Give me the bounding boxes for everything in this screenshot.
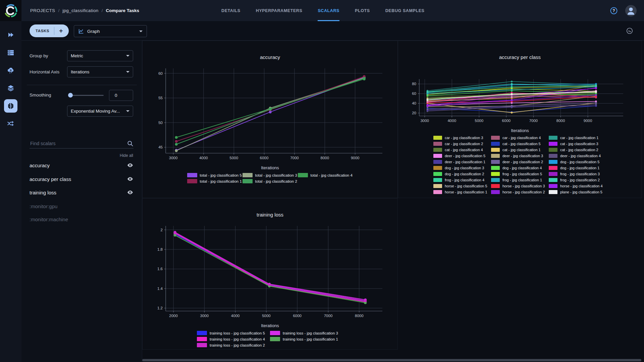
legend-item[interactable]: frog - jpg classification 2 xyxy=(549,178,606,182)
svg-text:2000: 2000 xyxy=(169,314,178,318)
smoothing-algorithm-dropdown[interactable]: Exponential Moving Av... xyxy=(67,106,133,117)
user-avatar[interactable] xyxy=(625,5,637,16)
smoothing-slider-thumb[interactable] xyxy=(68,93,73,98)
legend-item[interactable]: training loss - jpg classification 2 xyxy=(197,343,270,347)
legend-item[interactable]: total - jpg classification 4 xyxy=(298,173,353,177)
smoothing-slider[interactable] xyxy=(68,93,104,98)
legend-item[interactable]: deer - jpg classification 1 xyxy=(433,160,491,164)
search-icon[interactable] xyxy=(127,140,133,147)
legend-item[interactable]: frog - jpg classification 3 xyxy=(549,172,606,176)
legend-item[interactable]: car - jpg classification 2 xyxy=(433,142,491,146)
find-scalars-input[interactable] xyxy=(30,140,127,146)
legend-swatch xyxy=(549,184,557,188)
nav-workers-queues[interactable] xyxy=(4,46,17,59)
legend-item[interactable]: deer - jpg classification 3 xyxy=(491,154,549,158)
nav-models[interactable] xyxy=(4,99,17,113)
legend-swatch xyxy=(298,173,308,177)
svg-text:3000: 3000 xyxy=(200,314,209,318)
legend-label: horse - jpg classification 3 xyxy=(502,184,545,188)
legend-item[interactable]: training loss - jpg classification 1 xyxy=(270,337,343,341)
nav-projects[interactable] xyxy=(4,28,17,42)
hide-all-link[interactable]: Hide all xyxy=(120,153,133,158)
legend-swatch xyxy=(433,142,442,146)
metric-row-monitor-machine[interactable]: :monitor:machine xyxy=(30,213,133,226)
legend-item[interactable]: cat - jpg classification 5 xyxy=(491,142,549,146)
nav-cloud-autoscalers[interactable] xyxy=(4,64,17,77)
legend-item[interactable]: frog - jpg classification 1 xyxy=(491,178,549,182)
breadcrumb-project-link[interactable]: jpg_classification xyxy=(62,8,98,13)
svg-text:5000: 5000 xyxy=(229,156,238,160)
accuracy-chart-canvas[interactable]: 300040005000600070008000900045505560 xyxy=(146,64,394,165)
legend-item[interactable]: training loss - jpg classification 4 xyxy=(197,337,270,341)
legend-item[interactable]: horse - jpg classification 1 xyxy=(433,190,491,194)
legend-item[interactable]: dog - jpg classification 3 xyxy=(433,166,491,170)
legend-item[interactable]: horse - jpg classification 4 xyxy=(549,184,606,188)
horizontal-scrollbar[interactable] xyxy=(142,359,641,361)
metric-row-monitor-gpu[interactable]: :monitor:gpu xyxy=(30,199,133,213)
smoothing-slider-track[interactable] xyxy=(68,95,104,96)
legend-label: dog - jpg classification 4 xyxy=(502,166,542,170)
eye-icon[interactable] xyxy=(127,176,133,182)
metric-row-accuracy-per-class[interactable]: accuracy per class xyxy=(30,172,133,186)
clearml-logo[interactable] xyxy=(0,0,21,21)
smoothing-value-input[interactable] xyxy=(109,90,133,101)
legend-item[interactable]: training loss - jpg classification 3 xyxy=(270,331,343,335)
accuracy-per-class-chart-canvas[interactable]: 300040005000600070008000900020406080 xyxy=(402,74,637,127)
tasks-selector-button[interactable]: TASKS + xyxy=(30,24,69,37)
svg-text:1.2: 1.2 xyxy=(157,306,163,310)
metric-row-training-loss[interactable]: training loss xyxy=(30,186,133,199)
legend-label: cat - jpg classification 3 xyxy=(560,142,598,146)
view-mode-dropdown[interactable]: Graph xyxy=(74,25,147,37)
legend-item[interactable]: horse - jpg classification 2 xyxy=(491,190,549,194)
legend-item[interactable]: cat - jpg classification 4 xyxy=(433,148,491,152)
group-by-dropdown[interactable]: Metric xyxy=(67,50,133,61)
legend-item[interactable]: dog - jpg classification 2 xyxy=(433,172,491,176)
legend-item[interactable]: horse - jpg classification 5 xyxy=(433,184,491,188)
eye-icon[interactable] xyxy=(127,189,133,196)
tab-debug-samples[interactable]: DEBUG SAMPLES xyxy=(385,0,425,21)
legend-item[interactable]: plane - jpg classification 5 xyxy=(549,190,606,194)
horizontal-axis-dropdown[interactable]: Iterations xyxy=(67,66,133,77)
add-task-button[interactable]: + xyxy=(54,27,67,35)
breadcrumb: PROJECTS / jpg_classification / Compare … xyxy=(30,0,139,21)
legend-item[interactable]: car - jpg classification 4 xyxy=(491,136,549,140)
metric-label: :monitor:machine xyxy=(30,217,68,222)
legend-item[interactable]: deer - jpg classification 2 xyxy=(491,160,549,164)
nav-datasets[interactable] xyxy=(4,81,17,95)
legend-item[interactable]: dog - jpg classification 4 xyxy=(491,166,549,170)
legend-item[interactable]: total - jpg classification 1 xyxy=(187,179,243,183)
tab-plots[interactable]: PLOTS xyxy=(355,0,370,21)
legend-item[interactable]: car - jpg classification 1 xyxy=(549,136,606,140)
eye-icon[interactable] xyxy=(127,162,133,169)
breadcrumb-projects-link[interactable]: PROJECTS xyxy=(30,8,55,13)
legend-swatch xyxy=(433,190,442,194)
legend-item[interactable]: dog - jpg classification 5 xyxy=(549,160,606,164)
training-loss-chart-canvas[interactable]: 20003000400050006000700080001.21.41.61.8… xyxy=(146,222,394,322)
auto-refresh-icon xyxy=(626,27,633,35)
legend-item[interactable]: total - jpg classification 2 xyxy=(243,179,298,183)
legend-swatch xyxy=(549,160,557,164)
training-loss-chart-panel: training loss 20003000400050006000700080… xyxy=(142,198,398,350)
legend-item[interactable]: frog - jpg classification 4 xyxy=(433,178,491,182)
breadcrumb-separator: / xyxy=(102,8,103,13)
legend-item[interactable]: horse - jpg classification 3 xyxy=(491,184,549,188)
legend-item[interactable]: dog - jpg classification 1 xyxy=(549,166,606,170)
tab-details[interactable]: DETAILS xyxy=(221,0,240,21)
legend-item[interactable]: deer - jpg classification 5 xyxy=(433,154,491,158)
legend-item[interactable]: deer - jpg classification 4 xyxy=(549,154,606,158)
legend-item[interactable]: training loss - jpg classification 5 xyxy=(197,331,270,335)
metric-row-accuracy[interactable]: accuracy xyxy=(30,159,133,172)
legend-item[interactable]: cat - jpg classification 2 xyxy=(549,148,606,152)
nav-pipelines[interactable] xyxy=(4,117,17,130)
legend-item[interactable]: total - jpg classification 5 xyxy=(187,173,243,177)
legend-item[interactable]: car - jpg classification 3 xyxy=(433,136,491,140)
clearml-logo-icon xyxy=(4,4,18,18)
help-icon[interactable]: ? xyxy=(610,7,618,15)
tab-hyperparameters[interactable]: HYPERPARAMETERS xyxy=(256,0,303,21)
auto-refresh-toggle[interactable] xyxy=(626,27,633,36)
legend-item[interactable]: frog - jpg classification 5 xyxy=(491,172,549,176)
legend-item[interactable]: cat - jpg classification 3 xyxy=(549,142,606,146)
legend-item[interactable]: total - jpg classification 3 xyxy=(243,173,298,177)
tab-scalars[interactable]: SCALARS xyxy=(318,0,339,21)
legend-item[interactable]: cat - jpg classification 1 xyxy=(491,148,549,152)
